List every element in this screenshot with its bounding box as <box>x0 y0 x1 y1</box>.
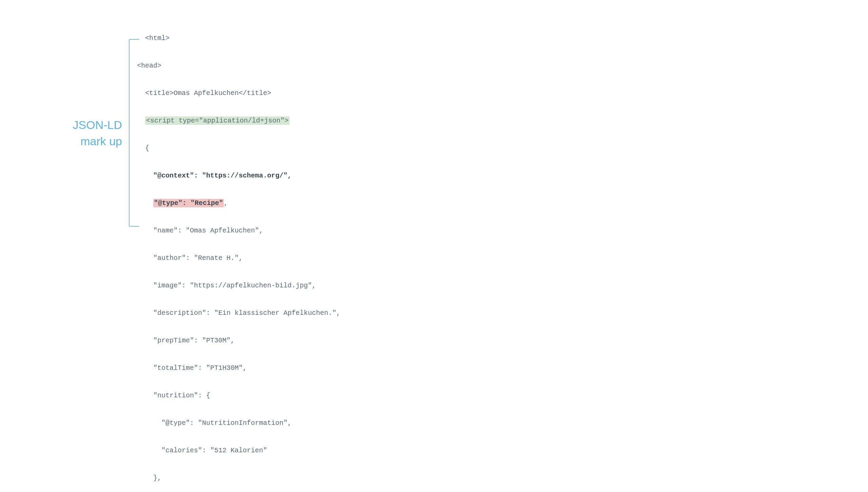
code-line: "image": "https://apfelkuchen-bild.jpg", <box>129 281 340 290</box>
code-line: <head> <box>129 61 340 70</box>
code-line: "@type": "Recipe", <box>129 198 340 208</box>
code-line: { <box>129 144 340 153</box>
code-example-container: JSON-LD mark up <html> <head> <title>Oma… <box>0 15 868 492</box>
label-line-1: JSON-LD <box>73 118 122 131</box>
code-line: }, <box>129 473 340 482</box>
code-block: <html> <head> <title>Omas Apfelkuchen</t… <box>129 15 340 492</box>
code-line: <title>Omas Apfelkuchen</title> <box>129 89 340 98</box>
code-line: "author": "Renate H.", <box>129 253 340 263</box>
code-line: "prepTime": "PT30M", <box>129 336 340 345</box>
title-text: Omas Apfelkuchen <box>174 89 239 97</box>
annotation-label-area: JSON-LD mark up <box>0 15 129 149</box>
code-line: "description": "Ein klassischer Apfelkuc… <box>129 308 340 318</box>
code-line: "name": "Omas Apfelkuchen", <box>129 226 340 235</box>
tag-open: <title> <box>145 89 174 97</box>
comma: , <box>224 199 228 207</box>
script-tag: <script <box>146 117 175 125</box>
code-line: "nutrition": { <box>129 391 340 400</box>
bracket-annotation <box>129 39 139 227</box>
code-line: "@type": "NutritionInformation", <box>129 418 340 428</box>
code-line: "totalTime": "PT1H30M", <box>129 363 340 373</box>
code-line: <html> <box>129 34 340 43</box>
code-line: <script type="application/ld+json"> <box>129 116 340 125</box>
type-recipe: "@type": "Recipe" <box>153 199 224 207</box>
tag-close: </title> <box>239 89 271 97</box>
code-line: "calories": "512 Kalorien" <box>129 446 340 455</box>
label-line-2: mark up <box>80 135 122 148</box>
code-line-context: "@context": "https://schema.org/", <box>129 171 340 180</box>
annotation-label: JSON-LD mark up <box>0 117 122 149</box>
script-type-attr: type="application/ld+json"> <box>175 117 289 125</box>
script-open-tag: <script type="application/ld+json"> <box>145 116 290 125</box>
